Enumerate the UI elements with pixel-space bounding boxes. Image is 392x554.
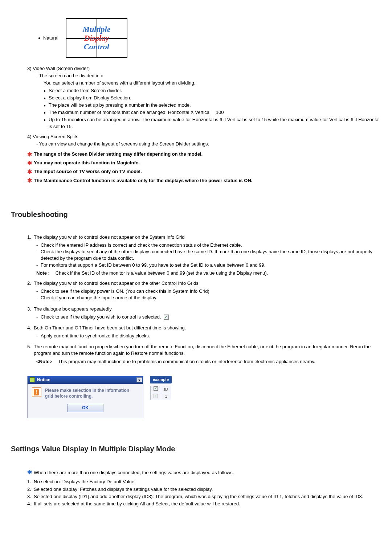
- multiple-display-control-diagram: Multiple Display Control: [66, 18, 127, 58]
- trouble-lead: Both On Timer and Off Timer have been se…: [34, 325, 186, 331]
- bullet-text: Up to 15 monitors can be arranged in a r…: [49, 116, 381, 130]
- checkbox-icon: [154, 386, 158, 391]
- trouble-lead: The dialogue box appears repeatedly.: [34, 306, 113, 312]
- red-asterisk-icon: ✱: [27, 178, 32, 184]
- red-asterisk-icon: ✱: [27, 152, 32, 157]
- list-number: 3.: [27, 493, 34, 500]
- section-3-bullet: ●Select a mode from Screen divider.: [44, 87, 381, 94]
- list-number: 3.: [27, 306, 34, 312]
- bullet-icon: ●: [44, 118, 46, 130]
- trouble-sub: - Check if you can change the input sour…: [36, 295, 381, 301]
- grid-cell: 1: [161, 393, 171, 400]
- section-3-bullet: ●Select a display from Display Selection…: [44, 95, 381, 101]
- section-3-bullet: ●Up to 15 monitors can be arranged in a …: [44, 116, 381, 130]
- trouble-item: 3. The dialogue box appears repeatedly.: [27, 306, 381, 312]
- trouble-sub: - Check if the entered IP address is cor…: [36, 242, 381, 249]
- red-asterisk-icon: ✱: [27, 169, 32, 175]
- section-3-line: - The screen can be divided into.: [36, 73, 381, 79]
- diagram-word-display: Display: [84, 34, 109, 42]
- trouble-sub-text: Apply current time to synchronize the di…: [41, 333, 150, 339]
- settings-text: Selected one display (ID1) and add anoth…: [34, 493, 363, 500]
- trouble-sub: - Check the displays to see if any of th…: [36, 249, 381, 262]
- section-4-line: - You can view and change the layout of …: [36, 141, 381, 147]
- trouble-item: 4. Both On Timer and Off Timer have been…: [27, 325, 381, 331]
- warning-row: ✱The Maintenance Control function is ava…: [27, 177, 381, 184]
- section-3-bullet: ●The place will be set up by pressing a …: [44, 102, 381, 108]
- example-badge: example: [150, 376, 172, 383]
- checkbox-icon: [154, 394, 158, 398]
- bullet-icon: ●: [44, 89, 46, 94]
- trouble-sub: - Check to see if the display power is O…: [36, 288, 381, 295]
- bullet-text: Select a mode from Screen divider.: [49, 87, 122, 94]
- section-4-title: 4) Viewing Screen Splits: [27, 134, 381, 140]
- list-number: 5.: [27, 344, 34, 357]
- warning-row: ✱The range of the Screen Divider setting…: [27, 151, 381, 157]
- bullet-text: The maximum number of monitors that can …: [49, 109, 224, 116]
- diagram-word-multiple: Multiple: [82, 25, 110, 34]
- settings-item: 3.Selected one display (ID1) and add ano…: [27, 493, 381, 500]
- note-text: Check if the Set ID of the monitor is a …: [53, 270, 381, 276]
- warning-icon: !: [32, 387, 41, 397]
- list-number: 1.: [27, 479, 34, 485]
- settings-value-heading: Settings Value Display In Multiple Displ…: [11, 444, 381, 454]
- diagram-word-control: Control: [84, 42, 109, 51]
- notice-titlebar: Notice x: [28, 376, 143, 384]
- trouble-lead: The remote may not function properly whe…: [34, 344, 381, 357]
- blue-asterisk-icon: ✱: [27, 468, 32, 476]
- settings-item: 1.No selection: Displays the Factory Def…: [27, 479, 381, 485]
- example-grid: ID 1: [150, 386, 171, 400]
- trouble-sub-text: Check to see if the display power is ON.…: [41, 288, 209, 295]
- troubleshooting-heading: Troubleshooting: [11, 209, 381, 219]
- grid-header-id: ID: [161, 386, 171, 393]
- bullet-icon: ●: [38, 36, 40, 41]
- settings-intro-row: ✱When there are more than one displays c…: [27, 468, 381, 476]
- warning-row: ✱You may not operate this function in Ma…: [27, 160, 381, 166]
- trouble-sub-text: Check if the entered IP address is corre…: [41, 242, 242, 249]
- warning-row: ✱The Input source of TV works only on TV…: [27, 168, 381, 175]
- close-button[interactable]: x: [136, 377, 142, 382]
- note-text: This program may malfunction due to prob…: [55, 358, 381, 365]
- ok-button[interactable]: OK: [67, 404, 103, 412]
- settings-item: 4.If all sets are selected at the same t…: [27, 501, 381, 507]
- list-number: 2.: [27, 486, 34, 493]
- trouble-note: Note : Check if the Set ID of the monito…: [36, 270, 381, 276]
- natural-label: Natural: [43, 35, 58, 41]
- trouble-sub-text: Check if you can change the input source…: [41, 295, 157, 301]
- trouble-sub: - Apply current time to synchronize the …: [36, 333, 381, 339]
- trouble-sub: - For monitors that support a Set ID bet…: [36, 262, 381, 268]
- trouble-sub: - Check to see if the display you wish t…: [36, 314, 381, 320]
- warning-text: You may not operate this function in Mag…: [34, 160, 140, 165]
- trouble-sub-text: Check to see if the display you wish to …: [41, 314, 161, 320]
- red-asterisk-icon: ✱: [27, 160, 32, 166]
- natural-mode-row: ● Natural Multiple Display Control: [38, 18, 381, 58]
- notice-dialog: Notice x ! Please make selection in the …: [27, 376, 143, 418]
- settings-text: If all sets are selected at the same tim…: [34, 501, 240, 507]
- section-3-bullet: ●The maximum number of monitors that can…: [44, 109, 381, 116]
- section-3-line: You can select a number of screens with …: [44, 80, 381, 86]
- app-icon: [30, 377, 35, 382]
- trouble-sub-text: Check the displays to see if any of the …: [41, 249, 381, 262]
- settings-text: No selection: Displays the Factory Defau…: [34, 479, 136, 485]
- trouble-lead: The display you wish to control does not…: [34, 280, 199, 287]
- bullet-text: Select a display from Display Selection.: [49, 95, 131, 101]
- note-label: Note :: [36, 270, 50, 276]
- trouble-sub-text: For monitors that support a Set ID betwe…: [41, 262, 265, 268]
- notice-message: Please make selection in the information…: [45, 387, 139, 400]
- warning-text: The Input source of TV works only on TV …: [34, 169, 142, 174]
- note-label: <Note>: [36, 358, 52, 365]
- list-number: 4.: [27, 325, 34, 331]
- bullet-icon: ●: [44, 103, 46, 108]
- trouble-lead: The display you wish to control does not…: [34, 234, 185, 241]
- list-number: 1.: [27, 234, 34, 241]
- section-3-title: 3) Video Wall (Screen divider): [27, 65, 381, 72]
- settings-intro-text: When there are more than one displays co…: [34, 470, 234, 475]
- settings-item: 2.Selected one display: Fetches and disp…: [27, 486, 381, 493]
- example-column: example ID 1: [150, 376, 172, 400]
- settings-text: Selected one display: Fetches and displa…: [34, 486, 213, 493]
- trouble-item: 5. The remote may not function properly …: [27, 344, 381, 357]
- trouble-postnote: <Note> This program may malfunction due …: [36, 358, 381, 365]
- bullet-text: The place will be set up by pressing a n…: [49, 102, 191, 108]
- warning-text: The Maintenance Control function is avai…: [34, 178, 252, 183]
- notice-title: Notice: [37, 377, 50, 383]
- trouble-item: 1. The display you wish to control does …: [27, 234, 381, 241]
